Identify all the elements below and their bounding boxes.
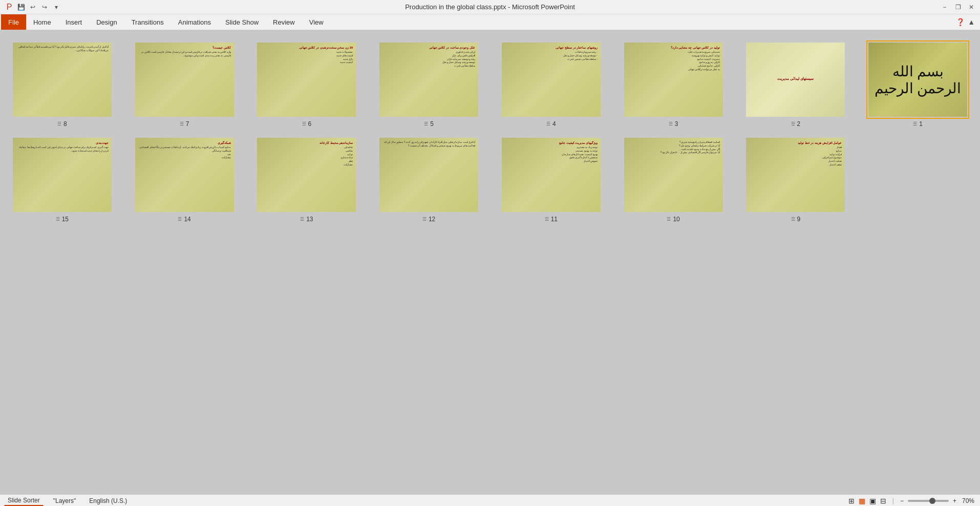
redo-button[interactable]: ↪ bbox=[39, 2, 50, 12]
slide-options-icon-7[interactable]: ☰ bbox=[180, 121, 184, 126]
slide-number-area-6: ☰6 bbox=[302, 120, 312, 128]
slide-number-10: 10 bbox=[673, 216, 679, 223]
slide-number-area-5: ☰5 bbox=[424, 120, 434, 128]
tab-file[interactable]: File bbox=[1, 14, 26, 30]
slide-number-11: 11 bbox=[551, 216, 558, 223]
slide-item-11[interactable]: ویژگیهای مدیریت کیفیت جامع توجه زیاد به … bbox=[494, 136, 608, 223]
slide-item-4[interactable]: روشهای ساختار در سطح جهانی - رشد سریع ار… bbox=[494, 40, 608, 128]
tab-review[interactable]: Review bbox=[266, 14, 302, 30]
slide-item-9[interactable]: عوامل افزایش هزینه در خط تولید فشارمنابع… bbox=[739, 136, 853, 223]
slide-thumbnail-1: بسم اللهالرحمن الرحیم bbox=[868, 43, 967, 117]
slide-number-8: 8 bbox=[63, 120, 67, 128]
slide-number-area-12: ☰12 bbox=[422, 216, 435, 223]
close-button[interactable]: ✕ bbox=[967, 3, 976, 12]
slide-options-icon-13[interactable]: ☰ bbox=[300, 217, 304, 222]
tab-transitions[interactable]: Transitions bbox=[124, 14, 171, 30]
slide-item-7[interactable]: کلاس جیست؟ واژه کلاس به معنی شرافت در فا… bbox=[127, 40, 242, 128]
tab-insert[interactable]: Insert bbox=[58, 14, 90, 30]
quick-access-toolbar: P 💾 ↩ ↪ ▾ bbox=[4, 2, 61, 12]
help-icon[interactable]: ❓ bbox=[956, 18, 965, 26]
minimize-ribbon-icon[interactable]: ▲ bbox=[968, 18, 975, 26]
slide-thumbnail-10: اتحادیه انعطاف‌پذیران راجع‌به‌چه چیزی؟آی… bbox=[624, 138, 723, 212]
slide-thumbnail-5: علل وجودی ساخت در کلاس جهانی ارزانی شدن … bbox=[379, 43, 478, 117]
slide-options-icon-15[interactable]: ☰ bbox=[56, 217, 60, 222]
zoom-in-button[interactable]: + bbox=[953, 497, 956, 504]
slide-thumbnail-6: 20 زن سخن سخت‌ترشدن در کلاس جهانی محصولا… bbox=[257, 43, 356, 117]
slide-options-icon-5[interactable]: ☰ bbox=[424, 121, 428, 126]
slide-item-1[interactable]: بسم اللهالرحمن الرحیم ☰1 bbox=[861, 40, 975, 128]
slide-options-icon-14[interactable]: ☰ bbox=[178, 217, 182, 222]
slide-number-15: 15 bbox=[62, 216, 69, 223]
slide-options-icon-3[interactable]: ☰ bbox=[669, 121, 673, 126]
slide-number-2: 2 bbox=[797, 120, 801, 128]
slide-number-area-2: ☰2 bbox=[791, 120, 801, 128]
slide-wrapper-12: آیا قرار است سازمان‌هایی مثل افراد کارکن… bbox=[377, 136, 480, 214]
slide-options-icon-10[interactable]: ☰ bbox=[667, 217, 671, 222]
zoom-slider[interactable] bbox=[908, 500, 949, 502]
view-normal-icon[interactable]: ⊞ bbox=[848, 497, 855, 505]
slide-number-area-9: ☰9 bbox=[791, 216, 801, 223]
window-title: Production in the global class.pptx - Mi… bbox=[405, 3, 575, 11]
customize-qat-button[interactable]: ▾ bbox=[51, 2, 61, 12]
slide-thumbnail-3: تولید در کلاس جهانی چه معنایی دارد؟ دستی… bbox=[624, 43, 723, 117]
tab-view[interactable]: View bbox=[302, 14, 331, 30]
tab-slideshow[interactable]: Slide Show bbox=[218, 14, 266, 30]
slide-sorter-label[interactable]: Slide Sorter bbox=[4, 496, 44, 506]
view-slide-sorter-icon[interactable]: ▦ bbox=[859, 497, 865, 505]
slide-options-icon-6[interactable]: ☰ bbox=[302, 121, 306, 126]
slide-number-5: 5 bbox=[430, 120, 434, 128]
layers-label[interactable]: "Layers" bbox=[50, 496, 80, 506]
slide-wrapper-10: اتحادیه انعطاف‌پذیران راجع‌به‌چه چیزی؟آی… bbox=[622, 136, 725, 214]
tab-animations[interactable]: Animations bbox=[171, 14, 218, 30]
slide-number-13: 13 bbox=[306, 216, 313, 223]
slide-options-icon-9[interactable]: ☰ bbox=[791, 217, 795, 222]
restore-button[interactable]: ❐ bbox=[953, 3, 963, 12]
slide-item-15[interactable]: جهت‌بندی جهت گیری استراتژیک برای ساخت جه… bbox=[5, 136, 119, 223]
slide-options-icon-4[interactable]: ☰ bbox=[546, 121, 550, 126]
slide-options-icon-11[interactable]: ☰ bbox=[545, 217, 549, 222]
slide-item-3[interactable]: تولید در کلاس جهانی چه معنایی دارد؟ دستی… bbox=[616, 40, 731, 128]
slide-wrapper-6: 20 زن سخن سخت‌ترشدن در کلاس جهانی محصولا… bbox=[255, 40, 358, 119]
slide-wrapper-2: سیستهای لیدائی مدیریت bbox=[744, 40, 847, 119]
tab-home[interactable]: Home bbox=[26, 14, 58, 30]
zoom-out-button[interactable]: − bbox=[900, 497, 904, 504]
slide-options-icon-1[interactable]: ☰ bbox=[913, 121, 917, 126]
slide-item-10[interactable]: اتحادیه انعطاف‌پذیران راجع‌به‌چه چیزی؟آی… bbox=[616, 136, 731, 223]
view-reading-icon[interactable]: ▣ bbox=[869, 497, 876, 505]
slide-number-area-10: ☰10 bbox=[667, 216, 679, 223]
view-slideshow-icon[interactable]: ⊟ bbox=[880, 497, 886, 505]
slide-sorter-view[interactable]: آیا قبل از آمدن انترنت، رایانه‌ای چیزی ق… bbox=[0, 30, 980, 494]
slide-item-6[interactable]: 20 زن سخن سخت‌ترشدن در کلاس جهانی محصولا… bbox=[250, 40, 364, 128]
slide-number-area-15: ☰15 bbox=[56, 216, 69, 223]
slide-number-area-8: ☰8 bbox=[57, 120, 67, 128]
save-button[interactable]: 💾 bbox=[16, 2, 26, 12]
powerpoint-icon: P bbox=[4, 2, 14, 12]
slide-thumbnail-15: جهت‌بندی جهت گیری استراتژیک برای ساخت جه… bbox=[13, 138, 112, 212]
slide-item-13[interactable]: سازماندهی محیط کارخانه تقاضایینقاشیتولید… bbox=[250, 136, 364, 223]
slide-options-icon-2[interactable]: ☰ bbox=[791, 121, 795, 126]
slide-item-2[interactable]: سیستهای لیدائی مدیریت ☰2 bbox=[739, 40, 853, 128]
slide-number-4: 4 bbox=[552, 120, 556, 128]
slide-thumbnail-8: آیا قبل از آمدن انترنت، رایانه‌ای چیزی ق… bbox=[13, 43, 112, 117]
slide-thumbnail-4: روشهای ساختار در سطح جهانی - رشد سریع ار… bbox=[502, 43, 601, 117]
slide-thumbnail-14: شبکه‌گیری منابع کمیاب با ارزش افزوده زیا… bbox=[135, 138, 234, 212]
slide-thumbnail-2: سیستهای لیدائی مدیریت bbox=[746, 43, 845, 117]
slide-item-12[interactable]: آیا قرار است سازمان‌هایی مثل افراد کارکن… bbox=[372, 136, 486, 223]
undo-button[interactable]: ↩ bbox=[28, 2, 38, 12]
slide-item-8[interactable]: آیا قبل از آمدن انترنت، رایانه‌ای چیزی ق… bbox=[5, 40, 119, 128]
slide-wrapper-4: روشهای ساختار در سطح جهانی - رشد سریع ار… bbox=[500, 40, 603, 119]
slide-options-icon-12[interactable]: ☰ bbox=[422, 217, 427, 222]
title-bar: P 💾 ↩ ↪ ▾ Production in the global class… bbox=[0, 0, 980, 14]
slide-wrapper-13: سازماندهی محیط کارخانه تقاضایینقاشیتولید… bbox=[255, 136, 358, 214]
status-bar-right: ⊞ ▦ ▣ ⊟ | − + 70% bbox=[848, 497, 976, 505]
slide-item-5[interactable]: علل وجودی ساخت در کلاس جهانی ارزانی شدن … bbox=[372, 40, 486, 128]
slide-wrapper-5: علل وجودی ساخت در کلاس جهانی ارزانی شدن … bbox=[377, 40, 480, 119]
slide-item-14[interactable]: شبکه‌گیری منابع کمیاب با ارزش افزوده زیا… bbox=[127, 136, 242, 223]
language-label[interactable]: English (U.S.) bbox=[86, 496, 131, 506]
minimize-button[interactable]: − bbox=[940, 3, 949, 12]
zoom-level[interactable]: 70% bbox=[961, 497, 976, 504]
slide-number-area-1: ☰1 bbox=[913, 120, 923, 128]
tab-design[interactable]: Design bbox=[89, 14, 124, 30]
slide-options-icon-8[interactable]: ☰ bbox=[57, 121, 61, 126]
slide-wrapper-15: جهت‌بندی جهت گیری استراتژیک برای ساخت جه… bbox=[11, 136, 114, 214]
